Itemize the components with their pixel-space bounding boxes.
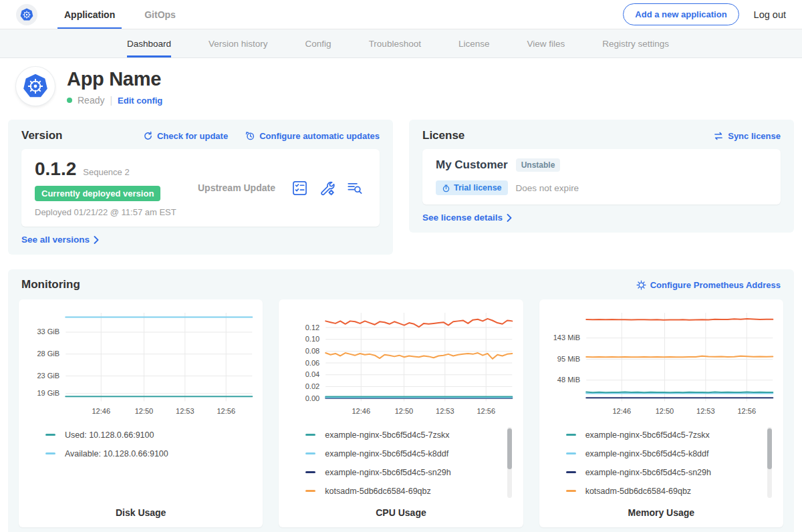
tab-dashboard[interactable]: Dashboard xyxy=(127,29,171,57)
legend-item[interactable]: example-nginx-5bc6f5d4c5-7zskx xyxy=(566,426,763,444)
svg-text:12:56: 12:56 xyxy=(477,407,496,415)
stopwatch-icon xyxy=(442,184,450,192)
license-expiry-text: Does not expire xyxy=(516,183,579,193)
svg-text:28 GiB: 28 GiB xyxy=(37,350,59,358)
license-details-card: My Customer Unstable Trial license Does … xyxy=(422,149,781,205)
trial-license-label: Trial license xyxy=(454,183,502,192)
tab-registry-settings[interactable]: Registry settings xyxy=(602,29,669,57)
see-license-details-link[interactable]: See license details xyxy=(422,213,512,223)
sync-license-link[interactable]: Sync license xyxy=(713,131,781,141)
legend-item[interactable]: Available: 10.128.0.66:9100 xyxy=(45,444,243,463)
chevron-right-icon xyxy=(507,214,512,222)
config-icon[interactable] xyxy=(319,180,335,196)
cpu-usage-card: 12:4612:5012:5312:560.120.100.080.060.04… xyxy=(279,299,523,527)
svg-text:0.10: 0.10 xyxy=(305,335,319,343)
legend-scrollbar-thumb[interactable] xyxy=(767,428,772,469)
configure-prometheus-link[interactable]: Configure Prometheus Address xyxy=(636,280,781,290)
legend-label: Available: 10.128.0.66:9100 xyxy=(65,449,168,458)
version-source-label: Upstream Update xyxy=(194,182,292,193)
app-tabs-bar: Dashboard Version history Config Trouble… xyxy=(0,29,802,58)
memory-usage-card: 12:4612:5012:5312:56143 MiB95 MiB48 MiB … xyxy=(539,299,783,527)
legend-item[interactable]: example-nginx-5bc6f5d4c5-sn29h xyxy=(305,463,503,482)
configure-automatic-updates-link[interactable]: Configure automatic updates xyxy=(245,131,380,141)
legend-color-dash xyxy=(305,434,315,436)
cpu-usage-legend: example-nginx-5bc6f5d4c5-7zskxexample-ng… xyxy=(305,426,503,501)
add-application-button[interactable]: Add a new application xyxy=(623,3,739,25)
currently-deployed-badge: Currently deployed version xyxy=(35,186,160,201)
check-for-update-link[interactable]: Check for update xyxy=(143,131,228,141)
see-all-versions-link[interactable]: See all versions xyxy=(21,235,99,245)
diff-icon[interactable] xyxy=(292,180,307,196)
svg-text:0.12: 0.12 xyxy=(305,323,319,331)
tab-view-files-label: View files xyxy=(527,39,565,49)
tab-version-history[interactable]: Version history xyxy=(209,29,268,57)
app-header: App Name Ready | Edit config xyxy=(0,58,802,116)
tab-registry-settings-label: Registry settings xyxy=(602,39,669,49)
logout-link[interactable]: Log out xyxy=(754,9,786,20)
trial-license-badge: Trial license xyxy=(436,180,508,195)
svg-text:0.06: 0.06 xyxy=(305,359,319,367)
topnav-tab-gitops[interactable]: GitOps xyxy=(140,0,180,29)
legend-item[interactable]: example-nginx-5bc6f5d4c5-k8ddf xyxy=(305,444,503,463)
chart-title: Memory Usage xyxy=(545,507,778,518)
memory-usage-legend: example-nginx-5bc6f5d4c5-7zskxexample-ng… xyxy=(566,426,763,501)
svg-text:33 GiB: 33 GiB xyxy=(37,327,59,336)
legend-item[interactable]: kotsadm-5db6dc6584-69qbz xyxy=(305,482,503,501)
sync-license-label: Sync license xyxy=(728,131,781,141)
legend-item[interactable]: Used: 10.128.0.66:9100 xyxy=(45,426,243,444)
svg-text:0.00: 0.00 xyxy=(305,394,319,402)
cpu-usage-chart: 12:4612:5012:5312:560.120.100.080.060.04… xyxy=(284,307,517,420)
tab-view-files[interactable]: View files xyxy=(527,29,565,57)
edit-config-link[interactable]: Edit config xyxy=(118,96,162,106)
deployed-timestamp: Deployed 01/21/22 @ 11:57 am EST xyxy=(35,207,194,217)
tab-config-label: Config xyxy=(305,39,331,49)
current-version-card: 0.1.2 Sequence 2 Currently deployed vers… xyxy=(21,149,380,227)
status-text: Ready xyxy=(78,95,104,106)
kubernetes-app-icon xyxy=(21,72,49,100)
svg-text:12:46: 12:46 xyxy=(352,407,371,415)
legend-color-dash xyxy=(45,452,55,454)
legend-label: example-nginx-5bc6f5d4c5-7zskx xyxy=(585,430,710,440)
legend-label: example-nginx-5bc6f5d4c5-sn29h xyxy=(325,468,450,477)
svg-text:12:56: 12:56 xyxy=(217,407,235,415)
configure-automatic-updates-label: Configure automatic updates xyxy=(259,131,380,141)
logs-icon[interactable] xyxy=(347,180,362,196)
legend-label: kotsadm-5db6dc6584-69qbz xyxy=(325,487,430,496)
legend-item[interactable]: example-nginx-5bc6f5d4c5-7zskx xyxy=(305,426,503,444)
tab-license-label: License xyxy=(458,39,490,49)
svg-text:12:46: 12:46 xyxy=(612,407,631,415)
svg-text:23 GiB: 23 GiB xyxy=(37,372,59,380)
chevron-right-icon xyxy=(94,236,99,244)
refresh-icon xyxy=(143,131,153,141)
version-sequence: Sequence 2 xyxy=(83,167,129,177)
svg-text:12:53: 12:53 xyxy=(436,407,454,415)
tab-version-history-label: Version history xyxy=(209,39,268,49)
status-separator: | xyxy=(110,95,112,106)
tab-license[interactable]: License xyxy=(458,29,490,57)
legend-scrollbar-thumb[interactable] xyxy=(507,428,512,469)
monitoring-panel: Monitoring Configure Prometheus Address … xyxy=(8,269,794,532)
svg-text:48 MiB: 48 MiB xyxy=(557,376,580,384)
svg-text:143 MiB: 143 MiB xyxy=(553,334,579,342)
topnav-tab-application[interactable]: Application xyxy=(60,0,119,29)
svg-text:0.02: 0.02 xyxy=(305,382,319,390)
disk-usage-legend: Used: 10.128.0.66:9100Available: 10.128.… xyxy=(45,426,243,501)
tab-troubleshoot[interactable]: Troubleshoot xyxy=(369,29,421,57)
legend-label: Used: 10.128.0.66:9100 xyxy=(65,430,154,440)
legend-item[interactable]: kotsadm-5db6dc6584-69qbz xyxy=(566,482,763,501)
top-navbar: Application GitOps Add a new application… xyxy=(0,0,802,29)
legend-scrollbar-track xyxy=(767,427,772,498)
tab-config[interactable]: Config xyxy=(305,29,331,57)
check-for-update-label: Check for update xyxy=(157,131,228,141)
legend-label: example-nginx-5bc6f5d4c5-k8ddf xyxy=(325,449,448,458)
legend-item[interactable]: example-nginx-5bc6f5d4c5-sn29h xyxy=(566,463,763,482)
legend-color-dash xyxy=(566,452,576,454)
kubernetes-logo-badge[interactable] xyxy=(16,4,37,25)
version-panel-title: Version xyxy=(21,129,62,142)
legend-item[interactable]: example-nginx-5bc6f5d4c5-k8ddf xyxy=(566,444,763,463)
tab-troubleshoot-label: Troubleshoot xyxy=(369,39,421,49)
legend-color-dash xyxy=(45,434,55,436)
see-all-versions-label: See all versions xyxy=(21,235,90,245)
see-license-details-label: See license details xyxy=(422,213,503,223)
svg-text:12:50: 12:50 xyxy=(395,407,414,415)
